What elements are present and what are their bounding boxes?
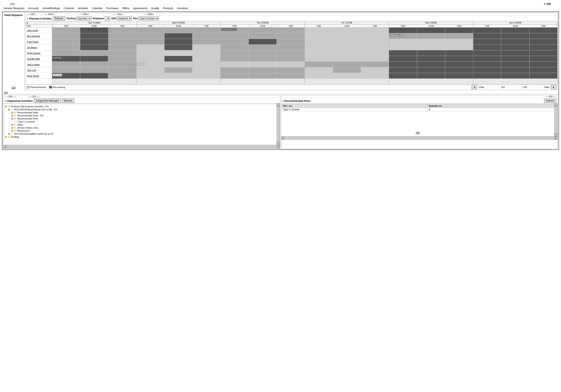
anne-sat (389, 73, 473, 79)
planned-activities-header: Planned Activities Refresh Territory Bay… (26, 16, 558, 21)
list-item[interactable]: ⊟ 📄 FEA-255124/Install/Re-install OS on … (5, 133, 275, 135)
ben-wed (136, 33, 221, 39)
list-item[interactable]: ⊟ 📁 Attachments (5, 129, 275, 133)
slot (277, 28, 305, 33)
scroll-down-button[interactable]: ▼ (277, 142, 280, 145)
slot (501, 39, 529, 44)
time-fri-900: 9:00 (305, 25, 333, 27)
employee-anne-terran[interactable]: Anne Terran (26, 73, 52, 79)
menu-products[interactable]: Products (163, 7, 173, 10)
employee-tony-liot[interactable]: Tony Liot (26, 67, 52, 73)
list-item[interactable]: 📄 Type C screws/6 (5, 120, 275, 123)
fred-sun (473, 39, 558, 44)
list-item[interactable]: ⊟ 📁 Pending (5, 135, 275, 138)
recommended-content: Part ~282 Quantity 282~ (281, 104, 558, 136)
ben-fri (305, 33, 389, 39)
employee-philip-dupont[interactable]: Philip Dupont (26, 50, 52, 56)
employee-jim-basso[interactable]: Jim Basso (26, 45, 52, 50)
list-item[interactable]: ⊟ 📁 Recommended Skills (5, 111, 275, 114)
recommended-hscrollbar[interactable]: ◄ ► (281, 136, 558, 140)
menu-agreements[interactable]: Agreements (133, 7, 147, 10)
list-item[interactable]: ⊟ 📄 FEA-235235/Repair/Repair HD on-site … (5, 108, 275, 111)
rec-scroll-down-button[interactable]: ▼ (554, 133, 557, 136)
vacation-label: Vacation (137, 62, 145, 65)
list-item[interactable]: ⊟ 📁 Recommended Tools ~274 (5, 114, 275, 117)
tree-item-text-2: Recommended Skills (17, 111, 38, 114)
menu-contacts[interactable]: Contacts (64, 7, 74, 10)
employee-ben-georges[interactable]: Ben Georges (26, 33, 52, 39)
employee-fred-turner[interactable]: Fred Turner (26, 39, 52, 44)
rec-scroll-right-button[interactable]: ► (554, 137, 557, 140)
scroll-up-button[interactable]: ▲ (277, 104, 280, 107)
table-row: Jim Basso (26, 45, 558, 50)
file-icon: 📄 (11, 133, 13, 135)
prev-nav-button[interactable]: ◄ (472, 85, 477, 89)
empty-thu (221, 79, 305, 84)
field-rep-label: Field Rep (53, 57, 62, 59)
slot (52, 39, 80, 44)
cal-day-sun: Sun 7/19/98 (473, 21, 558, 25)
menu-purchases[interactable]: Purchases (106, 7, 119, 10)
menu-quality[interactable]: Quality (151, 7, 159, 10)
scroll-right-button[interactable]: ► (277, 145, 280, 148)
menu-calendar[interactable]: Calendar (92, 7, 103, 10)
unplanned-vscrollbar[interactable]: ▲ ▼ (277, 104, 280, 145)
ref-238a: ~238a (478, 86, 484, 88)
slot (164, 67, 193, 73)
table-row: Ben Georges (26, 33, 558, 39)
employee-jack-london[interactable]: Jack London (26, 62, 52, 67)
slot (80, 50, 108, 56)
cal-time-slots-tue: 9:00 12:00 3:00 (52, 25, 136, 27)
unplanned-hscrollbar[interactable]: ◄ ► (3, 145, 280, 148)
slot (333, 67, 361, 73)
territory-select[interactable]: Bay Area (77, 17, 91, 20)
planned-refresh-button[interactable]: Refresh (53, 16, 65, 21)
slot (389, 62, 417, 67)
rec-scroll-up-button[interactable]: ▲ (554, 104, 557, 107)
list-item[interactable]: ⊟ 📁 Pending Field Engineer Activities ~2… (5, 105, 275, 108)
unplanned-refresh-button[interactable]: Refresh (62, 99, 74, 103)
slot (249, 62, 277, 67)
slot (529, 39, 557, 44)
menu-literature[interactable]: Literature (177, 7, 188, 10)
jack-fri (305, 62, 389, 67)
list-item[interactable]: ⊟ 📁 Recommended Parts (5, 117, 275, 120)
unplanned-tree: ⊟ 📁 Pending Field Engineer Activities ~2… (4, 104, 276, 144)
calendar-footer: Planned Activity Non-working ◄ ~238a 252… (26, 84, 558, 90)
part-select[interactable]: Type C Screws (139, 17, 159, 20)
slot (445, 62, 473, 67)
john-smith-sun (473, 28, 558, 33)
skill-select[interactable]: Install HD (117, 17, 132, 20)
jennifer-thu (221, 56, 305, 62)
list-item[interactable]: ⊟ 📁 Service Orders Lines (5, 126, 275, 129)
ref-282-qty: 282~ (439, 105, 443, 107)
slot (361, 28, 389, 33)
slot (108, 33, 136, 39)
menu-accounts[interactable]: Accounts (28, 7, 39, 10)
tree-item-text-1: FEA-235235/Repair/Repair HD on-site (14, 108, 52, 111)
slot (221, 39, 249, 44)
assignment-manager-button[interactable]: Assignment Manager (34, 99, 61, 103)
slot (80, 45, 108, 50)
menu-activities[interactable]: Activities (78, 7, 88, 10)
tree-item-text-6: Steps (17, 124, 23, 126)
recommended-vscrollbar[interactable]: ▲ ▼ (554, 104, 558, 136)
recommended-refresh-button[interactable]: Refresh (544, 99, 556, 103)
menu-activebriefings[interactable]: ActiveBriefings (43, 7, 60, 10)
list-item[interactable]: ⊟ 📁 Steps (5, 123, 275, 126)
menu-service-requests[interactable]: Service Requests (4, 7, 24, 10)
time-sat-900: 9:00 (389, 25, 417, 27)
time-thu-300: 3:00 (277, 25, 304, 27)
ref-236: ~236 (522, 86, 527, 88)
employee-john-smith[interactable]: John Smith (26, 28, 52, 33)
employee-jennifer-wild[interactable]: Jennifer Wild (26, 56, 52, 62)
tree-item-text-5: Type C screws/6 (18, 121, 34, 123)
planned-activities-title: Planned Activities (27, 17, 52, 20)
time-thu-900: 9:00 (221, 25, 249, 27)
next-nav-button[interactable]: ► (551, 85, 556, 89)
rec-scroll-left-button[interactable]: ◄ (281, 137, 284, 140)
anne-fri (305, 73, 389, 79)
scroll-left-button[interactable]: ◄ (4, 145, 7, 148)
menu-rmas[interactable]: RMAs (122, 7, 129, 10)
employee-select[interactable] (105, 17, 110, 20)
